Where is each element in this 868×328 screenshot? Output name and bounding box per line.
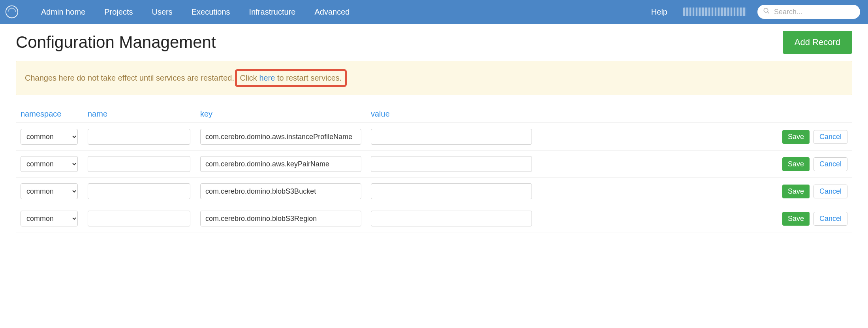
value-input[interactable] xyxy=(371,129,532,145)
namespace-select[interactable]: common xyxy=(21,183,78,199)
nav-help[interactable]: Help xyxy=(642,8,677,17)
svg-point-0 xyxy=(764,8,768,13)
save-button[interactable]: Save xyxy=(782,130,810,144)
cancel-button[interactable]: Cancel xyxy=(814,185,847,198)
restart-services-link[interactable]: here xyxy=(259,74,275,82)
namespace-select[interactable]: common xyxy=(21,211,78,226)
restart-alert: Changes here do not take effect until se… xyxy=(16,61,852,95)
key-input[interactable] xyxy=(200,183,361,199)
nav-advanced[interactable]: Advanced xyxy=(305,8,359,17)
value-input[interactable] xyxy=(371,211,532,226)
table-row: commonSaveCancel xyxy=(16,178,852,205)
name-input[interactable] xyxy=(88,183,190,199)
svg-line-1 xyxy=(768,12,769,13)
cancel-button[interactable]: Cancel xyxy=(814,212,847,226)
search-input[interactable] xyxy=(757,5,860,19)
table-row: commonSaveCancel xyxy=(16,151,852,178)
search-wrap xyxy=(757,5,860,19)
key-input[interactable] xyxy=(200,156,361,172)
namespace-select[interactable]: common xyxy=(21,129,78,145)
value-input[interactable] xyxy=(371,156,532,172)
table-header-row: namespace name key value xyxy=(16,106,852,123)
search-icon xyxy=(763,8,770,17)
page-title: Configuration Management xyxy=(16,33,216,52)
page-header: Configuration Management Add Record xyxy=(16,31,852,54)
page-body: Configuration Management Add Record Chan… xyxy=(0,24,868,232)
alert-text-prefix: Changes here do not take effect until se… xyxy=(25,74,234,82)
name-input[interactable] xyxy=(88,156,190,172)
th-value[interactable]: value xyxy=(371,109,541,119)
save-button[interactable]: Save xyxy=(782,185,810,198)
nav-users[interactable]: Users xyxy=(143,8,182,17)
name-input[interactable] xyxy=(88,211,190,226)
table-row: commonSaveCancel xyxy=(16,205,852,232)
save-button[interactable]: Save xyxy=(782,157,810,171)
table-body: commonSaveCancelcommonSaveCancelcommonSa… xyxy=(16,123,852,232)
nav-admin-home[interactable]: Admin home xyxy=(32,8,95,17)
user-menu-redacted[interactable] xyxy=(683,8,746,16)
namespace-select[interactable]: common xyxy=(21,156,78,172)
cancel-button[interactable]: Cancel xyxy=(814,157,847,171)
value-input[interactable] xyxy=(371,183,532,199)
brand-logo[interactable] xyxy=(0,0,24,24)
nav-executions[interactable]: Executions xyxy=(182,8,240,17)
alert-box-post: to restart services. xyxy=(275,74,342,82)
cancel-button[interactable]: Cancel xyxy=(814,130,847,144)
nav-infrastructure[interactable]: Infrastructure xyxy=(240,8,305,17)
th-namespace[interactable]: namespace xyxy=(21,109,88,119)
add-record-button[interactable]: Add Record xyxy=(783,31,852,54)
name-input[interactable] xyxy=(88,129,190,145)
th-key[interactable]: key xyxy=(200,109,371,119)
th-name[interactable]: name xyxy=(88,109,200,119)
alert-box-pre: Click xyxy=(240,74,259,82)
config-table: namespace name key value commonSaveCance… xyxy=(16,106,852,232)
key-input[interactable] xyxy=(200,129,361,145)
nav-projects[interactable]: Projects xyxy=(95,8,142,17)
top-nav-bar: Admin home Projects Users Executions Inf… xyxy=(0,0,868,24)
save-button[interactable]: Save xyxy=(782,212,810,226)
restart-highlight-box: Click here to restart services. xyxy=(235,69,347,87)
swirl-icon xyxy=(4,4,19,19)
table-row: commonSaveCancel xyxy=(16,123,852,151)
key-input[interactable] xyxy=(200,211,361,226)
